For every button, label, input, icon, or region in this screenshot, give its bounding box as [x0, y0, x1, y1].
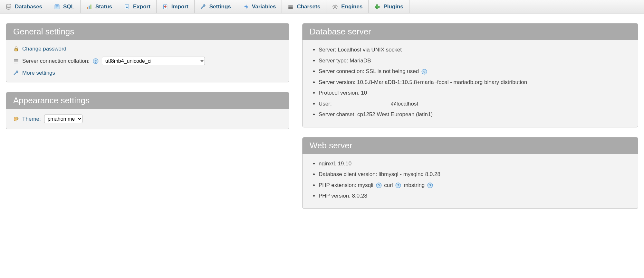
nav-label: Status [95, 4, 112, 10]
lock-icon [13, 46, 19, 52]
php-ext-name: mbstring [404, 182, 425, 188]
list-icon [13, 58, 19, 64]
panel-title: Database server [303, 23, 638, 40]
collation-row: Server connection collation: ? utf8mb4_u… [13, 57, 282, 65]
nav-label: Settings [209, 4, 231, 10]
right-column: Database server Server: Localhost via UN… [302, 23, 638, 218]
php-ext-name: mysqli [358, 182, 373, 188]
info-item: PHP extension: mysqli ? curl ? mbstring … [319, 181, 631, 190]
svg-rect-9 [15, 49, 18, 51]
php-ext-name: curl [384, 182, 393, 188]
svg-point-12 [15, 118, 15, 118]
info-text: Server connection: SSL is not being used [319, 68, 419, 74]
svg-point-13 [16, 117, 16, 118]
change-password-row: Change password [13, 46, 282, 52]
more-settings-row: More settings [13, 70, 282, 76]
web-server-info-list: nginx/1.19.10 Database client version: l… [310, 160, 631, 200]
status-icon [86, 4, 92, 10]
nav-sql[interactable]: SQL [48, 0, 81, 13]
collation-select[interactable]: utf8mb4_unicode_ci [102, 57, 205, 65]
info-text: User: @localhost [319, 101, 418, 107]
svg-point-8 [334, 5, 336, 8]
wrench-icon [13, 70, 19, 76]
info-item: Server type: MariaDB [319, 57, 631, 65]
nav-export[interactable]: Export [118, 0, 157, 13]
svg-text:?: ? [378, 184, 380, 188]
svg-rect-3 [87, 7, 88, 9]
svg-text:?: ? [95, 59, 97, 63]
info-item: Database client version: libmysql - mysq… [319, 170, 631, 179]
nav-label: SQL [63, 4, 74, 10]
panel-body: nginx/1.19.10 Database client version: l… [303, 154, 638, 208]
panel-title: Web server [303, 137, 638, 154]
nav-label: Plugins [383, 4, 403, 10]
import-icon [162, 4, 168, 10]
panel-title: General settings [6, 23, 289, 40]
web-server-panel: Web server nginx/1.19.10 Database client… [302, 137, 638, 209]
info-item: Server: Localhost via UNIX socket [319, 46, 631, 54]
charsets-icon [288, 4, 293, 10]
theme-select[interactable]: pmahomme [44, 115, 82, 123]
nav-status[interactable]: Status [81, 0, 118, 13]
db-server-info-list: Server: Localhost via UNIX socket Server… [310, 46, 631, 119]
plugin-icon [374, 4, 380, 10]
help-icon[interactable]: ? [427, 182, 433, 188]
svg-rect-5 [90, 5, 91, 9]
main-content: General settings Change password Server … [0, 14, 644, 228]
svg-point-14 [17, 118, 17, 118]
info-item: Server version: 10.5.8-MariaDB-1:10.5.8+… [319, 78, 631, 87]
panel-title: Appearance settings [6, 92, 289, 109]
svg-text:?: ? [423, 70, 425, 74]
info-item: Protocol version: 10 [319, 89, 631, 97]
nav-import[interactable]: Import [157, 0, 195, 13]
help-icon[interactable]: ? [395, 182, 401, 188]
info-item: PHP version: 8.0.28 [319, 192, 631, 200]
svg-text:?: ? [397, 184, 399, 188]
nav-label: Charsets [297, 4, 320, 10]
left-column: General settings Change password Server … [6, 23, 289, 218]
nav-databases[interactable]: Databases [0, 0, 48, 13]
nav-label: Engines [341, 4, 362, 10]
info-item: Server charset: cp1252 West European (la… [319, 110, 631, 119]
nav-label: Import [171, 4, 188, 10]
nav-label: Variables [252, 4, 276, 10]
svg-rect-4 [89, 5, 90, 9]
theme-row: Theme: pmahomme [13, 115, 282, 123]
help-icon[interactable]: ? [376, 182, 382, 188]
help-icon[interactable]: ? [93, 58, 99, 64]
gear-icon [332, 4, 338, 10]
info-item: nginx/1.19.10 [319, 160, 631, 168]
more-settings-link[interactable]: More settings [22, 70, 55, 76]
top-nav: Databases SQL Status Export Import Setti… [0, 0, 644, 14]
change-password-link[interactable]: Change password [22, 46, 66, 52]
database-icon [6, 4, 12, 10]
palette-icon [13, 116, 19, 122]
export-icon [124, 4, 130, 10]
nav-variables[interactable]: Variables [237, 0, 282, 13]
panel-body: Server: Localhost via UNIX socket Server… [303, 40, 638, 127]
help-icon[interactable]: ? [421, 69, 427, 75]
theme-label[interactable]: Theme: [22, 116, 41, 122]
nav-plugins[interactable]: Plugins [369, 0, 409, 13]
panel-body: Change password Server connection collat… [6, 40, 289, 82]
panel-body: Theme: pmahomme [6, 109, 289, 129]
nav-label: Databases [15, 4, 42, 10]
nav-label: Export [133, 4, 150, 10]
general-settings-panel: General settings Change password Server … [6, 23, 289, 82]
svg-text:?: ? [429, 184, 431, 188]
php-ext-label: PHP extension: [319, 182, 356, 188]
nav-charsets[interactable]: Charsets [282, 0, 326, 13]
info-item: User: @localhost [319, 100, 631, 108]
collation-label: Server connection collation: [22, 58, 90, 64]
database-server-panel: Database server Server: Localhost via UN… [302, 23, 638, 127]
wrench-icon [200, 4, 206, 10]
nav-settings[interactable]: Settings [195, 0, 237, 13]
appearance-settings-panel: Appearance settings Theme: pmahomme [6, 92, 289, 129]
nav-engines[interactable]: Engines [326, 0, 369, 13]
variables-icon [243, 4, 249, 10]
sql-icon [54, 4, 60, 10]
info-item: Server connection: SSL is not being used… [319, 67, 631, 76]
